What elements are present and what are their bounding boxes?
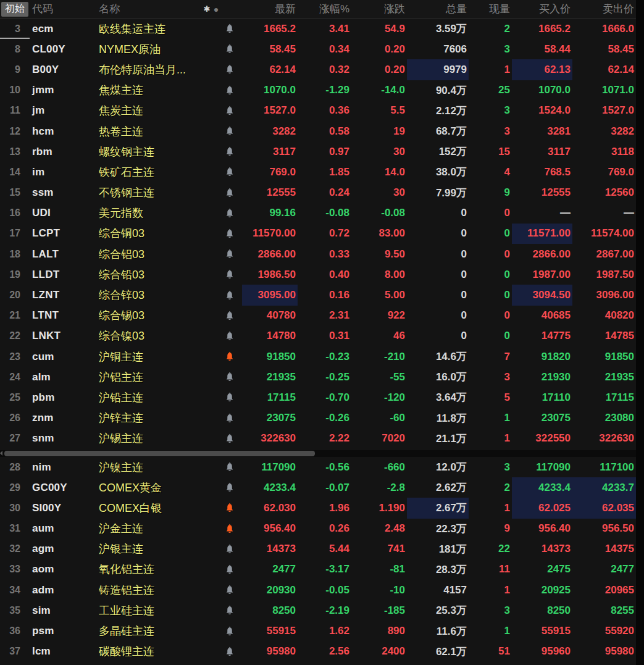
alert-bell-icon[interactable] — [217, 519, 242, 539]
current-volume: 4 — [469, 162, 512, 182]
alert-bell-icon[interactable] — [217, 539, 242, 559]
instrument-code: psm — [25, 621, 99, 641]
alert-bell-icon[interactable] — [217, 498, 242, 518]
alert-bell-icon[interactable] — [217, 80, 242, 101]
current-volume: 3 — [469, 457, 512, 477]
alert-bell-icon[interactable] — [217, 121, 242, 141]
current-volume: 5 — [469, 387, 512, 408]
table-row[interactable]: 19 LLDT 综合铅03 1986.50 0.40 8.00 0 0 1987… — [0, 264, 636, 285]
table-row[interactable]: 25 pbm 沪铅主连 17115 -0.70 -120 3.64万 5 171… — [0, 387, 636, 408]
alert-bell-icon[interactable] — [217, 285, 242, 305]
table-row[interactable]: 16 UDI 美元指数 99.16 -0.08 -0.08 0 0 — — — [0, 203, 636, 224]
table-row[interactable]: 36 psm 多晶硅主连 55915 1.62 890 11.6万 1 5591… — [0, 621, 636, 641]
alert-bell-icon[interactable] — [217, 101, 242, 121]
change-percent: 2.31 — [298, 306, 351, 326]
table-row[interactable]: 24 alm 沪铝主连 21935 -0.25 -55 16.0万 3 2193… — [0, 367, 636, 387]
scroll-left-arrow-icon[interactable] — [0, 451, 2, 456]
alert-bell-icon[interactable] — [217, 141, 242, 162]
table-row[interactable]: 22 LNKT 综合镍03 14780 0.31 46 0 0 14775 14… — [0, 326, 636, 346]
current-volume: 2 — [469, 477, 512, 498]
current-volume: 0 — [469, 244, 512, 264]
table-row[interactable]: 30 SI00Y COMEX白银 62.030 1.96 1.190 2.67万… — [0, 498, 636, 518]
latest-price: 1070.0 — [242, 80, 298, 101]
alert-bell-icon[interactable] — [217, 559, 242, 580]
current-volume: 3 — [469, 101, 512, 121]
change-percent: 1.96 — [298, 498, 351, 518]
alert-bell-icon[interactable] — [217, 346, 242, 367]
alert-bell-icon[interactable] — [217, 162, 242, 182]
column-header-ask[interactable]: 卖出价 — [572, 2, 636, 16]
table-row[interactable]: 32 agm 沪银主连 14373 5.44 741 181万 22 14373… — [0, 539, 636, 559]
table-row[interactable]: 11 jm 焦炭主连 1527.0 0.36 5.5 2.12万 3 1524.… — [0, 101, 636, 121]
column-header-bid[interactable]: 买入价 — [512, 2, 572, 16]
table-row[interactable]: 13 rbm 螺纹钢主连 3117 0.97 30 152万 15 3117 3… — [0, 141, 636, 162]
alert-bell-icon[interactable] — [217, 203, 242, 224]
table-row[interactable]: 23 cum 沪铜主连 91850 -0.23 -210 14.6万 7 918… — [0, 346, 636, 367]
table-row[interactable]: 37 lcm 碳酸锂主连 95980 2.56 2400 62.1万 51 95… — [0, 642, 636, 662]
alert-bell-icon[interactable] — [217, 39, 242, 59]
alert-bell-icon[interactable] — [217, 59, 242, 80]
alert-bell-icon[interactable] — [217, 387, 242, 408]
table-row[interactable]: 33 aom 氧化铝主连 2477 -3.17 -81 28.3万 11 247… — [0, 559, 636, 580]
table-row[interactable]: 29 GC00Y COMEX黄金 4233.4 -0.07 -2.8 2.62万… — [0, 477, 636, 498]
table-row[interactable]: 10 jmm 焦煤主连 1070.0 -1.29 -14.0 90.4万 25 … — [0, 80, 636, 101]
table-row[interactable]: 17 LCPT 综合铜03 11570.00 0.72 83.00 0 0 11… — [0, 224, 636, 244]
column-header-code[interactable]: 代码 — [25, 2, 99, 16]
alert-bell-icon[interactable] — [217, 367, 242, 387]
table-row[interactable]: 18 LALT 综合铝03 2866.00 0.33 9.50 0 0 2866… — [0, 244, 636, 264]
alert-bell-icon[interactable] — [217, 408, 242, 429]
alert-bell-icon[interactable] — [217, 326, 242, 346]
alert-bell-icon[interactable] — [217, 244, 242, 264]
table-row[interactable]: 8 CL00Y NYMEX原油 58.45 0.34 0.20 7606 3 5… — [0, 39, 636, 59]
alert-bell-icon[interactable] — [217, 600, 242, 621]
table-row[interactable]: 12 hcm 热卷主连 3282 0.58 19 68.7万 3 3281 32… — [0, 121, 636, 141]
change-value: 8.00 — [351, 264, 407, 285]
column-header-vol[interactable]: 总量 — [407, 2, 469, 16]
table-row[interactable]: 21 LTNT 综合锡03 40780 2.31 922 0 0 40685 4… — [0, 306, 636, 326]
change-percent: 2.56 — [298, 642, 351, 662]
alert-bell-icon[interactable] — [217, 429, 242, 449]
table-row[interactable]: 35 sim 工业硅主连 8250 -2.19 -185 25.3万 3 825… — [0, 600, 636, 621]
column-header-chg[interactable]: 涨跌 — [351, 2, 407, 16]
alert-bell-icon[interactable] — [217, 580, 242, 600]
alert-bell-icon[interactable] — [217, 264, 242, 285]
table-row[interactable]: 27 snm 沪锡主连 322630 2.22 7020 21.1万 1 322… — [0, 429, 636, 449]
horizontal-scrollbar[interactable] — [0, 449, 636, 457]
horizontal-scrollbar-thumb[interactable] — [4, 451, 315, 456]
total-volume: 7606 — [407, 39, 469, 59]
table-row[interactable]: 14 im 铁矿石主连 769.0 1.85 14.0 38.0万 4 768.… — [0, 162, 636, 182]
alert-bell-icon[interactable] — [217, 183, 242, 203]
bid-price: 1665.2 — [512, 19, 572, 39]
change-value: 5.00 — [351, 285, 407, 305]
table-row[interactable]: 9 B00Y 布伦特原油当月... 62.14 0.32 0.20 9979 1… — [0, 59, 636, 80]
instrument-name: 综合锌03 — [99, 285, 217, 305]
initial-sort-button[interactable]: 初始 — [0, 2, 25, 17]
current-volume: 22 — [469, 539, 512, 559]
table-row[interactable]: 31 aum 沪金主连 956.40 0.26 2.48 22.3万 9 956… — [0, 519, 636, 539]
rows-group-bottom: 28 nim 沪镍主连 117090 -0.56 -660 12.0万 3 11… — [0, 457, 636, 662]
table-row[interactable]: 20 LZNT 综合锌03 3095.00 0.16 5.00 0 0 3094… — [0, 285, 636, 305]
table-row[interactable]: 28 nim 沪镍主连 117090 -0.56 -660 12.0万 3 11… — [0, 457, 636, 477]
alert-bell-icon[interactable] — [217, 224, 242, 244]
change-percent: -1.29 — [298, 80, 351, 101]
alert-bell-icon[interactable] — [217, 306, 242, 326]
table-row[interactable]: 3 ecm 欧线集运主连 1665.2 3.41 54.9 3.59万 2 16… — [0, 19, 636, 39]
alert-bell-icon[interactable] — [217, 457, 242, 477]
instrument-name: 热卷主连 — [99, 121, 217, 141]
instrument-code: im — [25, 162, 99, 182]
alert-bell-icon[interactable] — [217, 19, 242, 39]
alert-bell-icon[interactable] — [217, 477, 242, 498]
bid-price: 21930 — [512, 367, 572, 387]
column-header-pct[interactable]: 涨幅% — [298, 2, 351, 16]
table-row[interactable]: 26 znm 沪锌主连 23075 -0.26 -60 11.8万 1 2307… — [0, 408, 636, 429]
alert-bell-icon[interactable] — [217, 642, 242, 662]
column-header-cur[interactable]: 现量 — [469, 2, 512, 16]
latest-price: 55915 — [242, 621, 298, 641]
column-header-latest[interactable]: 最新 — [242, 2, 298, 16]
ask-price: 12560 — [572, 183, 636, 203]
table-row[interactable]: 34 adm 铸造铝主连 20930 -0.05 -10 4157 1 2092… — [0, 580, 636, 600]
instrument-code: agm — [25, 539, 99, 559]
alert-bell-icon[interactable] — [217, 621, 242, 641]
column-header-markers[interactable]: ✱ ● — [199, 5, 224, 14]
table-row[interactable]: 15 ssm 不锈钢主连 12555 0.24 30 7.99万 9 12555… — [0, 183, 636, 203]
